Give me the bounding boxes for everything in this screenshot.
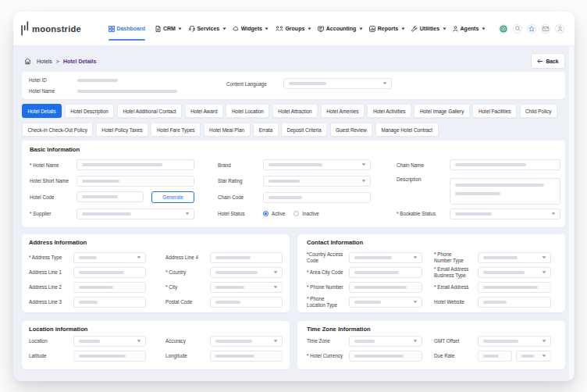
nav-item-reports[interactable]: Reports (369, 12, 404, 46)
caret-down-icon (178, 27, 182, 30)
back-label: Back (546, 59, 558, 64)
agents-person-icon (453, 26, 458, 32)
input-chain-name[interactable] (450, 159, 560, 170)
nav-item-crm[interactable]: CRM (155, 12, 182, 46)
tab-hotel-fare-types[interactable]: Hotel Fare Types (151, 123, 201, 137)
input-email-address[interactable] (478, 282, 551, 293)
nav-item-utilities[interactable]: Utilities (411, 12, 446, 46)
tab-hotel-attraction[interactable]: Hotel Attraction (272, 104, 318, 118)
input-address-line-3[interactable] (73, 297, 146, 308)
select-supplier[interactable] (76, 208, 194, 219)
back-button[interactable]: Back (531, 53, 565, 69)
home-icon[interactable] (24, 58, 31, 65)
radio-inactive[interactable]: Inactive (294, 211, 319, 216)
caret-down-icon (482, 27, 486, 30)
input-phone-number[interactable] (349, 282, 422, 293)
field-label-phone-number: * Phone Number (307, 284, 349, 290)
brand-logo[interactable]: moonstride (21, 21, 81, 36)
select-star-rating[interactable] (263, 176, 371, 187)
select-due-rate-unit[interactable] (516, 351, 551, 362)
input-due-rate[interactable] (478, 351, 512, 362)
chevron-down-icon (551, 212, 556, 216)
messages-mail-button[interactable] (541, 24, 550, 34)
content-language-select[interactable] (283, 78, 392, 89)
caret-down-icon (265, 27, 269, 30)
tab-manage-hotel-contract[interactable]: Manage Hotel Contract (375, 123, 439, 137)
field-label-gmt-offset: GMT Offset (434, 338, 478, 344)
input-latitude[interactable] (73, 351, 146, 362)
select-phone-number-type[interactable] (478, 252, 551, 263)
nav-item-dashboard[interactable]: Dashboard (109, 12, 145, 46)
field-label-hotel-name: * Hotel Name (30, 162, 76, 169)
breadcrumb-root[interactable]: Hotels (37, 59, 52, 64)
tab-hotel-policy-taxes[interactable]: Hotel Policy Taxes (96, 123, 148, 137)
tab-hotel-amenies[interactable]: Hotel Amenies (321, 104, 365, 118)
field-label-time-zone: Time Zone (307, 338, 349, 344)
select-gmt-offset[interactable] (478, 336, 551, 347)
input-hotel-website[interactable] (478, 297, 551, 308)
nav-item-widgets[interactable]: Widgets (233, 12, 269, 46)
input-longitude[interactable] (210, 351, 283, 362)
search-button[interactable] (513, 24, 522, 34)
input-address-line-2[interactable] (73, 282, 146, 293)
hotel-name-row: Hotel Name (29, 88, 177, 94)
tab-hotel-details[interactable]: Hotel Details (22, 104, 62, 118)
tab-hotel-award[interactable]: Hotel Award (185, 104, 223, 118)
input-chain-code[interactable] (263, 192, 371, 203)
select-time-zone[interactable] (349, 336, 422, 347)
select-country-access-code[interactable] (349, 252, 422, 263)
profile-user-icon (557, 26, 563, 32)
input-postal-code[interactable] (210, 297, 283, 308)
tab-child-policy[interactable]: Child Policy (520, 104, 557, 118)
field-label-postal-code: Postal Code (165, 299, 210, 305)
tab-errata[interactable]: Errata (253, 123, 278, 137)
select-accuracy[interactable] (210, 336, 283, 347)
nav-item-groups[interactable]: Groups (276, 12, 311, 46)
tab-guest-review[interactable]: Guest Review (330, 123, 373, 137)
nav-item-agents[interactable]: Agents (453, 12, 486, 46)
select-address-type[interactable] (73, 252, 146, 263)
tab-hotel-additional-contact[interactable]: Hotel Additional Contact (117, 104, 182, 118)
input-hotel-code[interactable] (76, 191, 144, 202)
nav-item-services[interactable]: Services (189, 12, 226, 46)
input-area-city-code[interactable] (349, 267, 422, 278)
select-email-address-business-type[interactable] (478, 267, 551, 278)
select-brand[interactable] (263, 159, 371, 170)
timezone-information-card: Time Zone Information Time Zone* Hotel C… (297, 321, 565, 369)
input-hotel-currency[interactable] (349, 351, 422, 362)
tab-hotel-image-gallery[interactable]: Hotel Image Gallery (414, 104, 469, 118)
select-country[interactable] (210, 267, 283, 278)
tab-hotel-activities[interactable]: Hotel Activities (367, 104, 411, 118)
scrollbar[interactable] (569, 46, 574, 380)
breadcrumb-row: Hotels > Hotel Details Back (22, 46, 565, 69)
input-hotel-name[interactable] (76, 159, 194, 170)
input-hotel-short-name[interactable] (76, 176, 194, 187)
generate-button[interactable]: Generate (151, 191, 194, 203)
nav-icon-buttons (499, 24, 564, 34)
tab-check-in-check-out-policy[interactable]: Check-in Check-Out Policy (22, 123, 93, 137)
nav-item-accounting[interactable]: Accounting (318, 12, 363, 46)
page-content: Hotels > Hotel Details Back Hotel ID Hot… (13, 46, 575, 369)
select-location[interactable] (73, 336, 146, 347)
chevron-down-icon (413, 339, 418, 343)
profile-user-button[interactable] (555, 24, 564, 34)
favorites-star-button[interactable] (527, 24, 536, 34)
select-phone-location-type[interactable] (349, 297, 422, 308)
radio-active[interactable]: Active (263, 211, 285, 216)
select-city[interactable] (210, 282, 283, 293)
field-label-due-rate: Due Rate (434, 353, 478, 359)
location-information-card: Location information LocationLatitude Ac… (22, 321, 290, 369)
chevron-down-icon (542, 354, 546, 358)
input-address-line-1[interactable] (73, 267, 146, 278)
field-label-email-address: * Email Address (434, 284, 478, 290)
textarea-description[interactable] (450, 178, 560, 205)
tab-deposit-criteria[interactable]: Deposit Criteria (281, 123, 327, 137)
select-bookable-status[interactable] (450, 208, 560, 219)
caret-down-icon (359, 27, 363, 30)
tab-hotel-description[interactable]: Hotel Description (65, 104, 115, 118)
tab-hotel-location[interactable]: Hotel Location (226, 104, 269, 118)
input-address-line-4[interactable] (210, 252, 283, 263)
tab-hotel-meal-plan[interactable]: Hotel Meal Plan (204, 123, 251, 137)
tab-hotel-facilities[interactable]: Hotel Facilities (472, 104, 517, 118)
language-globe-button[interactable] (499, 24, 508, 34)
